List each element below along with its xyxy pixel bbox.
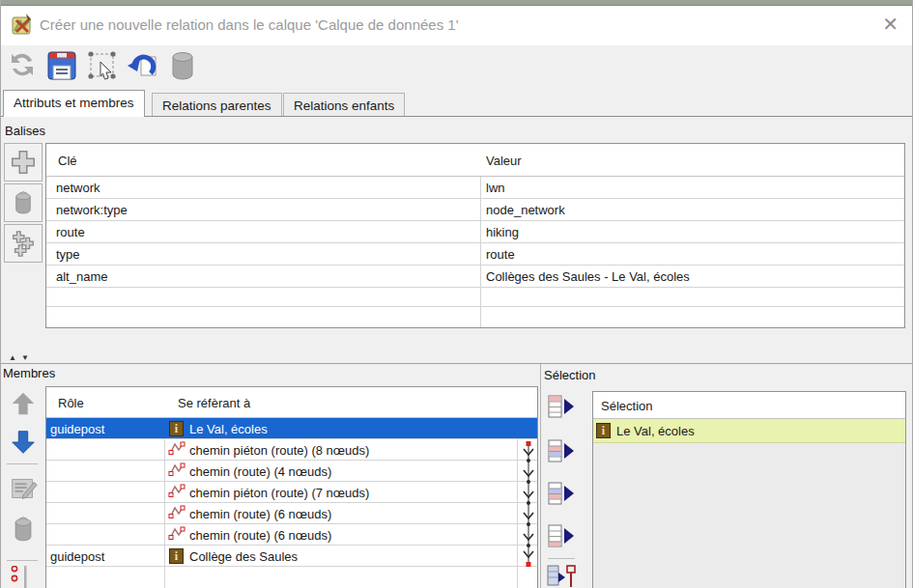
tag-value: Collèges des Saules - Le Val, écoles (486, 269, 690, 284)
tag-value: node_network (486, 203, 565, 217)
move-down-icon (9, 428, 38, 457)
selection-header-label: Sélection (601, 398, 652, 412)
way-icon (168, 483, 185, 502)
member-row[interactable]: chemin (route) (4 nœuds) (46, 461, 537, 482)
edit-member-button[interactable] (5, 469, 42, 508)
tag-row[interactable]: network lwn (46, 177, 904, 199)
add-selection-before-icon (547, 438, 576, 463)
way-icon (168, 462, 185, 481)
tag-key: alt_name (56, 269, 107, 284)
tag-row-empty[interactable] (46, 307, 904, 327)
member-ref: chemin (route) (4 nœuds) (189, 463, 331, 478)
tags-table-header: Clé Valeur (46, 144, 904, 177)
delete-relation-icon[interactable] (167, 49, 198, 86)
way-icon (168, 440, 185, 460)
save-icon[interactable] (45, 49, 78, 86)
tag-key: type (56, 247, 80, 262)
remove-member-button[interactable] (5, 510, 42, 548)
add-selection-at-end-icon (547, 523, 576, 548)
tab-label: Relations enfants (294, 98, 394, 113)
tag-row-empty[interactable] (46, 288, 904, 307)
member-ref: Le Val, écoles (189, 421, 268, 435)
download-members-button[interactable] (5, 566, 42, 588)
splitter-expand-icon[interactable]: ▼ (21, 354, 29, 362)
add-selection-at-top-icon (547, 394, 576, 419)
tag-row[interactable]: network:type node_network (46, 199, 904, 221)
paste-tags-button[interactable] (4, 224, 43, 263)
delete-tag-button[interactable] (4, 183, 43, 222)
tags-header-key: Clé (58, 153, 77, 167)
add-selection-at-end-button[interactable] (544, 518, 579, 554)
download-members-icon (9, 566, 38, 588)
title-bar: Créer une nouvelle relation dans le calq… (1, 6, 912, 45)
way-icon (168, 504, 185, 523)
remove-member-icon (10, 515, 37, 544)
button-separator (7, 560, 38, 561)
selection-list-empty-area (593, 443, 905, 588)
add-selection-before-button[interactable] (544, 433, 579, 469)
member-row[interactable]: chemin (route) (6 nœuds) (46, 524, 537, 546)
members-group-label: Membres (3, 366, 55, 380)
node-icon: i (169, 421, 184, 436)
tag-key: network (56, 181, 100, 195)
move-up-icon (9, 389, 38, 418)
apply-to-layer-icon[interactable] (125, 49, 159, 86)
way-connection-arrows-icon (519, 439, 538, 570)
tags-table: Clé Valeur network lwn network:type node… (45, 143, 905, 328)
button-separator (548, 558, 575, 559)
selection-list-item[interactable]: i Le Val, écoles (593, 419, 905, 443)
select-relation-icon[interactable] (86, 49, 119, 86)
window-title: Créer une nouvelle relation dans le calq… (40, 16, 459, 33)
member-role: guidepost (50, 421, 104, 435)
tab-relations-enfants[interactable]: Relations enfants (283, 93, 405, 116)
tab-label: Attributs et membres (14, 96, 134, 110)
members-table-header: Rôle Se réfèrant à (46, 387, 537, 418)
add-selection-node-icon (546, 564, 577, 588)
selection-list-header: Sélection (593, 392, 905, 419)
member-ref: chemin piéton (route) (7 nœuds) (189, 485, 369, 499)
josm-logo-icon (11, 12, 34, 37)
tag-row[interactable]: route hiking (46, 221, 904, 243)
tag-key: network:type (56, 203, 128, 217)
add-selection-node-button[interactable] (544, 564, 579, 588)
member-row[interactable]: chemin piéton (route) (7 nœuds) (46, 482, 537, 503)
add-tag-icon (9, 148, 38, 177)
members-header-role: Rôle (58, 395, 84, 409)
tag-row[interactable]: type route (46, 243, 904, 266)
tag-key: route (56, 225, 85, 239)
node-icon: i (596, 423, 611, 438)
add-selection-after-button[interactable] (544, 475, 579, 512)
tags-group-label: Balises (5, 124, 45, 138)
member-role: guidepost (50, 548, 104, 563)
members-table: Rôle Se réfèrant à guidepost i Le Val, é… (45, 386, 538, 588)
selection-item-label: Le Val, écoles (616, 424, 695, 438)
move-up-button[interactable] (5, 386, 42, 421)
member-ref: chemin (route) (6 nœuds) (189, 506, 331, 520)
tab-relations-parentes[interactable]: Relations parentes (152, 93, 282, 116)
selection-group-label: Sélection (544, 368, 595, 382)
close-icon[interactable]: ✕ (882, 14, 899, 35)
way-icon (168, 525, 185, 545)
member-row[interactable]: chemin piéton (route) (8 nœuds) (46, 439, 537, 461)
member-ref: Collège des Saules (189, 548, 298, 563)
member-row[interactable]: guidepost i Collège des Saules (46, 546, 537, 567)
relation-editor-dialog: Créer une nouvelle relation dans le calq… (0, 0, 913, 588)
member-ref: chemin piéton (route) (8 nœuds) (189, 442, 369, 457)
move-down-button[interactable] (5, 425, 42, 460)
tag-value: lwn (486, 181, 505, 195)
tags-header-value: Valeur (486, 153, 522, 167)
selection-list: Sélection i Le Val, écoles (592, 391, 906, 588)
tag-value: route (486, 247, 515, 262)
splitter-collapse-icon[interactable]: ▲ (9, 354, 16, 362)
member-row[interactable]: guidepost i Le Val, écoles (46, 418, 537, 439)
refresh-icon[interactable] (7, 49, 38, 84)
node-icon: i (169, 548, 184, 564)
section-divider[interactable] (1, 363, 913, 364)
member-row[interactable]: chemin (route) (6 nœuds) (46, 503, 537, 524)
members-header-ref: Se réfèrant à (178, 395, 250, 409)
edit-member-icon (8, 473, 39, 504)
add-selection-at-top-button[interactable] (544, 388, 579, 425)
tab-attributs-et-membres[interactable]: Attributs et membres (3, 90, 145, 117)
tag-row[interactable]: alt_name Collèges des Saules - Le Val, é… (46, 266, 904, 288)
add-tag-button[interactable] (4, 143, 43, 182)
